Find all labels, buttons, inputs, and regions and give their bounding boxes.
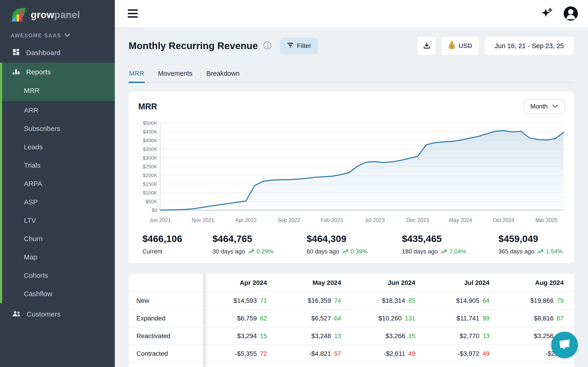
svg-text:$0: $0 — [152, 207, 157, 213]
table-row-contracted: Contracted-$5,35572-$4,82157-$2,61149-$3… — [129, 345, 574, 362]
svg-text:Feb 2023: Feb 2023 — [321, 217, 343, 223]
mrr-area-chart: $0$50K$100K$150K$200K$250K$300K$350K$400… — [138, 118, 565, 227]
mrr-cell: $3,29415 — [203, 327, 277, 345]
sidebar-item-label: Reports — [26, 68, 51, 76]
user-avatar[interactable] — [564, 6, 578, 21]
svg-text:$500K: $500K — [143, 120, 157, 126]
currency-label: USD — [458, 42, 472, 50]
date-range-button[interactable]: Jun 16, 21 - Sep 23, 25 — [484, 36, 574, 56]
main-area: Monthly Recurring Revenue Filter — [115, 0, 588, 367]
mrr-movements-table: Apr 2024May 2024Jun 2024Jul 2024Aug 2024… — [129, 274, 574, 367]
tab-mrr[interactable]: MRR — [129, 66, 145, 82]
sidebar-subitem-trials[interactable]: Trials — [0, 156, 115, 175]
sidebar-subitem-arpa[interactable]: ARPA — [0, 175, 115, 193]
mrr-cell: $6,52764 — [277, 309, 352, 327]
svg-text:$350K: $350K — [143, 146, 157, 152]
mrr-cell: -$11,75650 — [203, 362, 277, 367]
sidebar-subitem-asp[interactable]: ASP — [0, 193, 115, 211]
sidebar-subitem-leads[interactable]: Leads — [0, 138, 115, 156]
table-row-churned: Churned-$11,75650-$13,38657-$17,70772-$1… — [129, 362, 574, 367]
info-icon[interactable] — [263, 41, 272, 51]
mrr-cell: $14,59371 — [203, 292, 277, 309]
topbar — [115, 0, 588, 27]
mrr-cell: -$2,61149 — [352, 345, 426, 362]
sidebar-subitem-cashflow[interactable]: Cashflow — [0, 285, 115, 303]
workspace-switcher[interactable]: AWESOME SAAS — [10, 33, 115, 39]
stat-current: $466,106 Current — [142, 234, 212, 255]
granularity-select[interactable]: Month — [524, 99, 565, 114]
ai-sparkles-icon[interactable] — [541, 7, 553, 20]
stat-delta: 7.04% — [441, 248, 466, 255]
mrr-cell: $6,75962 — [203, 309, 277, 327]
export-download-button[interactable] — [417, 36, 436, 56]
mrr-cell: $8,81667 — [500, 309, 574, 327]
stat-value: $464,765 — [212, 234, 307, 244]
column-header: Apr 2024 — [203, 274, 277, 292]
svg-text:$250K: $250K — [143, 164, 157, 169]
svg-text:Mar 2025: Mar 2025 — [536, 217, 558, 223]
svg-text:$450K: $450K — [143, 129, 157, 135]
mrr-cell: $16,35974 — [277, 292, 352, 309]
sidebar-subitem-cohorts[interactable]: Cohorts — [0, 266, 115, 285]
tab-movements[interactable]: Movements — [157, 66, 193, 82]
svg-text:$50K: $50K — [146, 199, 157, 204]
row-label: Reactivated — [129, 327, 203, 345]
table-row-reactivated: Reactivated$3,29415$3,24813$3,26615$2,77… — [129, 327, 574, 345]
sidebar: growpanel AWESOME SAAS Dashboard R — [0, 0, 115, 367]
filter-button[interactable]: Filter — [280, 38, 318, 54]
sidebar-item-dashboard[interactable]: Dashboard — [0, 43, 115, 62]
tab-breakdown[interactable]: Breakdown — [206, 66, 240, 82]
column-header: Aug 2024 — [500, 274, 574, 292]
svg-text:Apr 2022: Apr 2022 — [235, 217, 257, 223]
row-label: Churned — [129, 362, 203, 367]
column-header: Jun 2024 — [352, 274, 426, 292]
granularity-value: Month — [530, 103, 548, 110]
svg-text:Oct 2024: Oct 2024 — [493, 217, 515, 223]
sidebar-subitem-mrr[interactable]: MRR — [0, 81, 115, 100]
mrr-cell: $3,26615 — [352, 327, 426, 345]
mrr-cell: $11,74199 — [426, 309, 500, 327]
filter-icon — [287, 42, 294, 50]
report-tabs: MRRMovementsBreakdown — [129, 66, 574, 83]
sidebar-subitem-churn[interactable]: Churn — [0, 230, 115, 248]
stat-30-days: $464,765 30 days ago 0.29% — [212, 234, 307, 255]
sidebar-item-reports[interactable]: Reports — [0, 63, 115, 81]
chat-widget-button[interactable] — [551, 332, 578, 358]
chevron-down-icon — [552, 103, 558, 110]
menu-toggle-icon[interactable] — [128, 7, 138, 20]
page-header: Monthly Recurring Revenue Filter — [129, 36, 574, 56]
stat-value: $464,309 — [307, 234, 402, 244]
row-label: Contracted — [129, 345, 203, 362]
stat-180-days: $435,465 180 days ago 7.04% — [402, 234, 498, 255]
brand-name: growpanel — [31, 9, 80, 20]
mrr-cell: $3,24813 — [277, 327, 352, 345]
sidebar-item-customers[interactable]: Customers — [0, 305, 115, 324]
date-range-label: Jun 16, 21 - Sep 23, 25 — [495, 42, 564, 50]
mrr-stats-row: $466,106 Current $464,765 30 days ago 0.… — [138, 234, 565, 255]
row-label: Expanded — [129, 309, 203, 327]
stat-delta: 1.54% — [537, 248, 563, 255]
chat-bubble-icon — [557, 338, 572, 352]
chart-title: MRR — [138, 102, 157, 111]
sidebar-subitem-ltv[interactable]: LTV — [0, 211, 115, 230]
stat-value: $459,049 — [498, 234, 563, 244]
mrr-cell: -$17,70772 — [352, 362, 426, 367]
svg-text:Sep 2022: Sep 2022 — [278, 217, 300, 223]
svg-text:Dec 2023: Dec 2023 — [406, 217, 429, 223]
svg-text:May 2024: May 2024 — [449, 217, 472, 223]
sidebar-subitem-arr[interactable]: ARR — [0, 101, 115, 119]
bar-chart-icon — [12, 67, 20, 77]
logo[interactable]: growpanel — [0, 0, 115, 23]
page-title: Monthly Recurring Revenue — [129, 40, 258, 51]
stat-60-days: $464,309 60 days ago 0.39% — [307, 234, 402, 255]
sidebar-item-label: Customers — [27, 310, 61, 318]
trending-up-icon — [248, 249, 255, 254]
column-header: May 2024 — [277, 274, 352, 292]
sidebar-subitem-subscribers[interactable]: Subscribers — [0, 119, 115, 138]
stat-365-days: $459,049 365 days ago 1.54% — [498, 234, 563, 255]
sidebar-reports-group: Reports MRR ARRSubscribersLeadsTrialsARP… — [0, 63, 115, 303]
sidebar-subitem-map[interactable]: Map — [0, 248, 115, 266]
currency-selector-button[interactable]: $ USD — [441, 36, 479, 56]
mrr-cell: $18,31485 — [352, 292, 426, 309]
stat-value: $466,106 — [142, 234, 212, 244]
